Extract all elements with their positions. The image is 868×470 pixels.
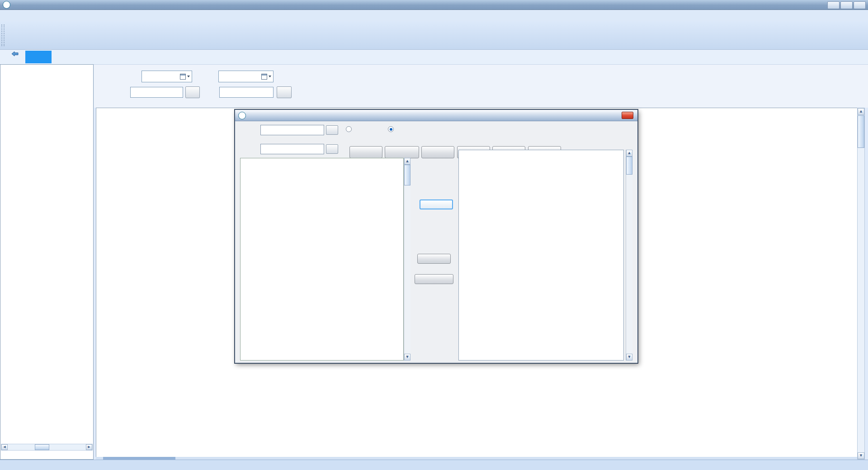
main-vertical-scrollbar[interactable]: ▲ ▼ — [857, 108, 865, 460]
dialog-selected-employee-table — [458, 150, 624, 361]
date-from-picker[interactable] — [142, 71, 192, 82]
dialog-close-button[interactable] — [622, 112, 633, 119]
module-tree-panel: ◀ ▶ — [0, 64, 94, 460]
calendar-icon[interactable] — [180, 74, 186, 80]
dialog-query-button[interactable] — [349, 146, 382, 158]
scrollbar-thumb[interactable] — [35, 444, 49, 450]
radio-all-option[interactable] — [388, 126, 396, 132]
radio-icon — [346, 126, 352, 132]
scroll-down-icon[interactable]: ▼ — [858, 452, 864, 459]
dialog-advanced-filter-button[interactable] — [385, 146, 419, 158]
move-right-button[interactable] — [420, 199, 453, 209]
minimize-button[interactable] — [827, 1, 840, 9]
date-to-picker[interactable] — [218, 71, 274, 82]
scrollbar-thumb[interactable] — [626, 157, 632, 175]
menu-bar — [0, 10, 868, 22]
dialog-emp-browse-button[interactable] — [326, 144, 338, 154]
emp-browse-button[interactable] — [277, 86, 292, 98]
calendar-icon[interactable] — [261, 74, 267, 80]
maximize-button[interactable] — [840, 1, 853, 9]
dialog-logo-icon — [238, 112, 246, 119]
scroll-down-icon[interactable]: ▼ — [626, 354, 632, 361]
radio-active-option[interactable] — [346, 126, 354, 132]
dialog-dept-browse-button[interactable] — [326, 125, 338, 135]
dialog-dept-input[interactable] — [260, 125, 324, 135]
tab-sign-card-management[interactable] — [25, 51, 52, 63]
status-bar — [0, 460, 868, 470]
emp-input[interactable] — [219, 87, 274, 98]
scroll-up-icon[interactable]: ▲ — [858, 108, 864, 115]
scrollbar-thumb[interactable] — [404, 165, 410, 185]
scroll-down-icon[interactable]: ▼ — [404, 354, 410, 361]
clear-button[interactable] — [417, 254, 451, 264]
scrollbar-thumb[interactable] — [858, 115, 864, 148]
scroll-left-icon[interactable]: ◀ — [1, 444, 8, 450]
back-arrow-icon — [11, 51, 19, 57]
toolbar-grip[interactable] — [1, 24, 5, 46]
back-to-main-button[interactable] — [5, 50, 25, 57]
filter-panel — [94, 65, 868, 108]
app-logo-icon — [3, 1, 10, 9]
close-button[interactable] — [854, 1, 866, 9]
dialog-right-scrollbar[interactable]: ▲ ▼ — [626, 150, 632, 361]
toolbar — [0, 21, 868, 50]
chevron-down-icon[interactable] — [187, 76, 190, 77]
chevron-down-icon[interactable] — [269, 76, 271, 77]
dialog-select-all-button[interactable] — [421, 146, 454, 158]
tree-horizontal-scrollbar[interactable]: ◀ ▶ — [1, 444, 93, 451]
radio-checked-icon — [388, 126, 394, 132]
dept-browse-button[interactable] — [185, 86, 200, 98]
scroll-up-icon[interactable]: ▲ — [404, 158, 410, 165]
clear-all-button[interactable] — [415, 274, 453, 284]
app-window: ◀ ▶ ▲ ▼ — [0, 0, 868, 470]
dialog-left-scrollbar[interactable]: ▲ ▼ — [404, 158, 410, 361]
dialog-source-employee-table — [240, 158, 404, 361]
batch-register-dialog: ▲ ▼ ▲ ▼ — [235, 109, 638, 363]
dialog-emp-input[interactable] — [260, 144, 324, 154]
dialog-title-bar — [235, 110, 637, 121]
dept-input[interactable] — [130, 87, 183, 98]
title-bar — [0, 0, 868, 10]
scroll-right-icon[interactable]: ▶ — [86, 444, 92, 450]
scroll-up-icon[interactable]: ▲ — [626, 150, 632, 157]
tab-strip — [0, 50, 868, 65]
